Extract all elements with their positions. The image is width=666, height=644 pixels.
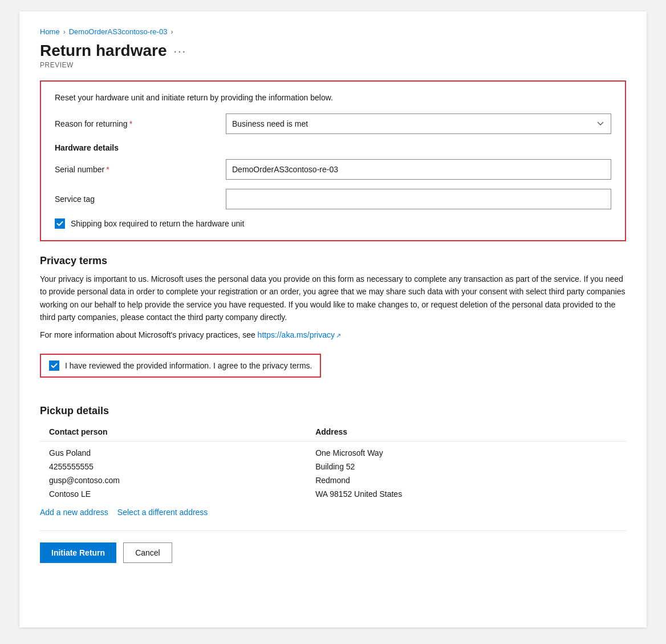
service-tag-control-wrap xyxy=(226,189,611,209)
add-address-link[interactable]: Add a new address xyxy=(40,508,108,517)
breadcrumb-sep-1: › xyxy=(63,28,66,36)
initiate-return-button[interactable]: Initiate Return xyxy=(40,542,116,563)
address-line3: Redmond xyxy=(306,473,626,487)
contact-name: Gus Poland xyxy=(40,441,306,460)
required-star-serial: * xyxy=(106,165,109,174)
privacy-section: Privacy terms Your privacy is important … xyxy=(40,255,626,391)
address-line1: One Microsoft Way xyxy=(306,441,626,460)
privacy-title: Privacy terms xyxy=(40,255,626,267)
external-link-icon: ↗ xyxy=(336,331,341,341)
pickup-title: Pickup details xyxy=(40,405,626,417)
privacy-text: Your privacy is important to us. Microso… xyxy=(40,273,626,324)
shipping-checkbox[interactable] xyxy=(55,218,65,229)
shipping-checkbox-row: Shipping box required to return the hard… xyxy=(55,218,611,229)
breadcrumb-sep-2: › xyxy=(170,28,173,36)
service-tag-label: Service tag xyxy=(55,195,226,204)
page-title: Return hardware xyxy=(40,42,167,60)
contact-email: gusp@contoso.com xyxy=(40,473,306,487)
cancel-button[interactable]: Cancel xyxy=(123,542,172,563)
table-row: Gus Poland One Microsoft Way xyxy=(40,441,626,460)
service-tag-row: Service tag xyxy=(55,189,611,209)
privacy-checkbox[interactable] xyxy=(49,361,59,371)
reason-control-wrap: Business need is met xyxy=(226,114,611,134)
table-row: 4255555555 Building 52 xyxy=(40,460,626,473)
contact-company: Contoso LE xyxy=(40,487,306,501)
pickup-section: Pickup details Contact person Address Gu… xyxy=(40,405,626,517)
privacy-link-row: For more information about Microsoft's p… xyxy=(40,329,626,341)
form-card-description: Reset your hardware unit and initiate re… xyxy=(55,93,611,102)
privacy-checkbox-row: I have reviewed the provided information… xyxy=(40,354,321,378)
reason-row: Reason for returning* Business need is m… xyxy=(55,114,611,134)
contact-phone: 4255555555 xyxy=(40,460,306,473)
address-line4: WA 98152 United States xyxy=(306,487,626,501)
serial-row: Serial number* xyxy=(55,159,611,180)
hardware-section-label: Hardware details xyxy=(55,143,611,152)
privacy-agreement-label: I have reviewed the provided information… xyxy=(65,361,312,370)
contact-header: Contact person xyxy=(40,423,306,442)
pickup-actions: Add a new address Select a different add… xyxy=(40,508,626,517)
reason-label: Reason for returning* xyxy=(55,119,226,128)
address-line2: Building 52 xyxy=(306,460,626,473)
service-tag-input[interactable] xyxy=(226,189,611,209)
table-row: gusp@contoso.com Redmond xyxy=(40,473,626,487)
reason-select[interactable]: Business need is met xyxy=(226,114,611,134)
page-title-menu[interactable]: ··· xyxy=(174,44,187,58)
serial-control-wrap xyxy=(226,159,611,180)
pickup-table: Contact person Address Gus Poland One Mi… xyxy=(40,423,626,501)
form-card: Reset your hardware unit and initiate re… xyxy=(40,80,626,241)
page-subtitle: PREVIEW xyxy=(40,61,626,69)
serial-label: Serial number* xyxy=(55,165,226,174)
page-title-row: Return hardware ··· xyxy=(40,42,626,60)
breadcrumb-order[interactable]: DemoOrderAS3contoso-re-03 xyxy=(69,27,168,36)
page-container: Home › DemoOrderAS3contoso-re-03 › Retur… xyxy=(19,11,647,627)
privacy-link-prefix: For more information about Microsoft's p… xyxy=(40,330,258,339)
footer-divider xyxy=(40,530,626,531)
breadcrumb-home[interactable]: Home xyxy=(40,27,60,36)
table-row: Contoso LE WA 98152 United States xyxy=(40,487,626,501)
breadcrumb: Home › DemoOrderAS3contoso-re-03 › xyxy=(40,27,626,36)
select-address-link[interactable]: Select a different address xyxy=(117,508,208,517)
required-star-reason: * xyxy=(129,119,132,128)
privacy-link[interactable]: https://aka.ms/privacy xyxy=(258,330,335,339)
address-header: Address xyxy=(306,423,626,442)
serial-input[interactable] xyxy=(226,159,611,180)
shipping-checkbox-label: Shipping box required to return the hard… xyxy=(71,219,244,228)
footer-buttons: Initiate Return Cancel xyxy=(40,542,626,563)
